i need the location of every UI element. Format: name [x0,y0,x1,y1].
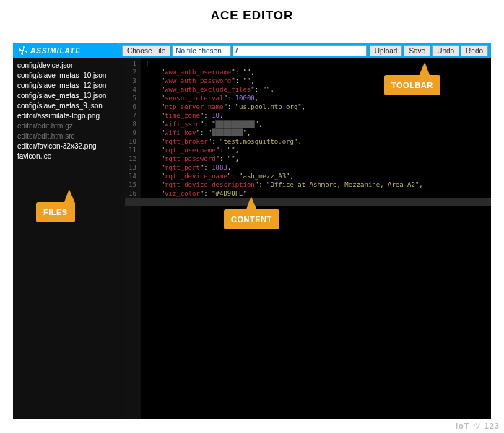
callout-content-label: CONTENT [231,215,272,224]
callout-toolbar: TOOLBAR [384,75,440,95]
file-sidebar: config/device.jsonconfig/slave_metas_10.… [13,58,125,419]
file-item[interactable]: config/slave_metas_9.json [17,101,121,111]
file-item[interactable]: config/device.json [17,61,121,71]
app-window: ASSIMILATE Choose File No file chosen Up… [13,43,491,419]
redo-button[interactable]: Redo [461,45,488,56]
save-button[interactable]: Save [404,45,430,56]
topbar: ASSIMILATE Choose File No file chosen Up… [13,43,491,58]
code-editor[interactable]: 1234567891011121314151617 { "www_auth_us… [125,58,491,419]
file-item[interactable]: editor/edit.htm.gz [17,121,121,131]
undo-button[interactable]: Undo [432,45,459,56]
file-item[interactable]: editor/favicon-32x32.png [17,141,121,152]
upload-button[interactable]: Upload [370,45,403,56]
callout-files: FILES [36,202,75,222]
callout-content: CONTENT [224,209,279,229]
callout-toolbar-label: TOOLBAR [391,81,433,89]
choose-file-button[interactable]: Choose File [122,45,170,56]
file-item[interactable]: config/slave_metas_10.json [17,71,121,81]
brand: ASSIMILATE [16,46,84,55]
file-item[interactable]: favicon.ico [17,152,121,162]
file-item[interactable]: config/slave_metas_13.json [17,91,121,101]
editor-content[interactable]: { "www_auth_username": "", "www_auth_pas… [141,58,491,419]
logo-icon [19,46,27,55]
file-item[interactable]: editor/edit.htm.src [17,131,121,141]
upload-path-input[interactable] [233,45,366,56]
page-title: ACE EDITOR [0,0,504,30]
file-chosen-text: No file chosen [172,45,231,56]
file-item[interactable]: editor/assimilate-logo.png [17,111,121,121]
watermark: IoT ツ 123 [456,421,500,432]
callout-files-label: FILES [43,208,68,216]
file-item[interactable]: config/slave_metas_12.json [17,81,121,91]
editor-gutter: 1234567891011121314151617 [125,58,141,419]
brand-label: ASSIMILATE [30,47,81,55]
